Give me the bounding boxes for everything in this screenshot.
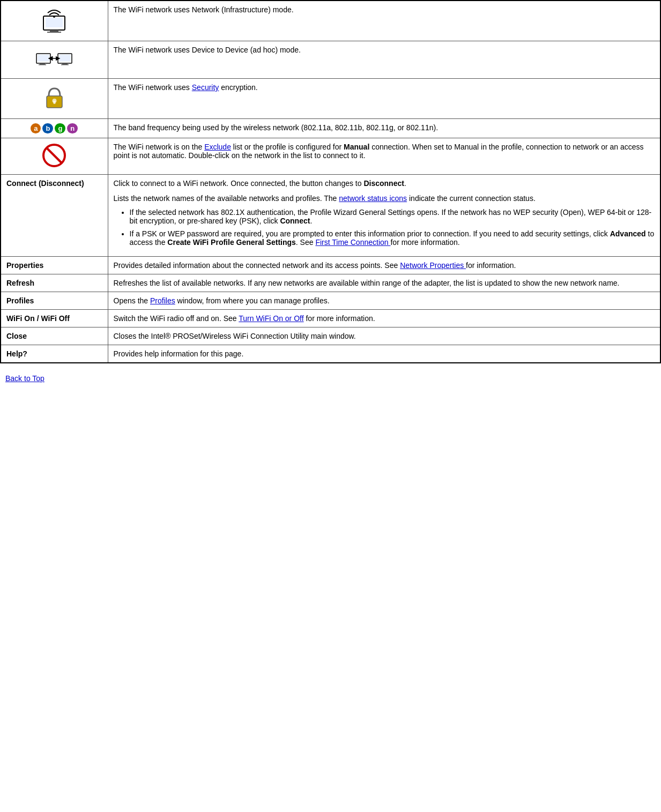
exclude-link[interactable]: Exclude — [204, 143, 231, 151]
bullet-1: If the selected network has 802.1X authe… — [130, 208, 655, 225]
svg-rect-10 — [59, 55, 71, 62]
svg-point-4 — [53, 16, 55, 18]
exclude-prefix: The WiFi network is on the — [114, 143, 205, 151]
table-row: Close Closes the Intel® PROSet/Wireless … — [1, 327, 660, 345]
svg-rect-11 — [62, 63, 68, 64]
icon-cell-band: a b g n — [1, 119, 108, 138]
table-row: The WiFi network uses Security encryptio… — [1, 79, 660, 119]
properties-label: Properties — [6, 261, 43, 270]
properties-prefix: Provides detailed information about the … — [114, 261, 400, 270]
desc-cell-help: Provides help information for this page. — [108, 345, 660, 363]
back-to-top-section: Back to Top — [0, 363, 661, 388]
network-status-icons-link[interactable]: network status icons — [339, 194, 407, 203]
network-properties-link[interactable]: Network Properties — [400, 261, 466, 270]
band-desc: The band frequency being used by the wir… — [114, 123, 439, 132]
back-to-top-link[interactable]: Back to Top — [5, 374, 44, 383]
refresh-label: Refresh — [6, 279, 34, 287]
badge-a: a — [31, 123, 41, 133]
refresh-desc: Refreshes the list of available networks… — [114, 279, 620, 287]
band-badges: a b g n — [6, 123, 102, 133]
table-row: The WiFi network is on the Exclude list … — [1, 138, 660, 175]
label-cell-help: Help? — [1, 345, 108, 363]
desc-cell-band: The band frequency being used by the wir… — [108, 119, 660, 138]
svg-rect-8 — [39, 64, 46, 65]
svg-rect-3 — [47, 32, 61, 33]
infra-desc: The WiFi network uses Network (Infrastru… — [114, 5, 294, 14]
svg-line-18 — [47, 148, 62, 163]
svg-rect-12 — [61, 64, 69, 65]
desc-cell-infra: The WiFi network uses Network (Infrastru… — [108, 1, 660, 41]
table-row: WiFi On / WiFi Off Switch the WiFi radio… — [1, 310, 660, 327]
wifionoff-label: WiFi On / WiFi Off — [6, 314, 70, 323]
properties-suffix: for information. — [466, 261, 516, 270]
page-wrapper: The WiFi network uses Network (Infrastru… — [0, 0, 661, 409]
icon-cell-exclude — [1, 138, 108, 175]
icon-cell-adhoc — [1, 41, 108, 79]
security-icon — [42, 83, 66, 113]
profiles-link[interactable]: Profiles — [150, 296, 175, 305]
label-cell-properties: Properties — [1, 257, 108, 274]
bullet-2: If a PSK or WEP password are required, y… — [130, 229, 655, 247]
desc-cell-exclude: The WiFi network is on the Exclude list … — [108, 138, 660, 175]
desc-cell-connect: Click to connect to a WiFi network. Once… — [108, 175, 660, 257]
icon-cell-security — [1, 79, 108, 119]
wifionoff-suffix: for more information. — [304, 314, 375, 323]
label-cell-close: Close — [1, 327, 108, 345]
svg-rect-16 — [53, 101, 55, 104]
wifi-adhoc-icon — [35, 46, 73, 72]
table-row: Connect (Disconnect) Click to connect to… — [1, 175, 660, 257]
desc-cell-adhoc: The WiFi network uses Device to Device (… — [108, 41, 660, 79]
svg-rect-6 — [38, 55, 49, 62]
table-row: The WiFi network uses Network (Infrastru… — [1, 1, 660, 41]
profiles-prefix: Opens the — [114, 296, 151, 305]
icon-cell-infra — [1, 1, 108, 41]
turn-wifi-link[interactable]: Turn WiFi On or Off — [239, 314, 303, 323]
table-row: Help? Provides help information for this… — [1, 345, 660, 363]
security-link[interactable]: Security — [192, 83, 219, 92]
connect-bullets: If the selected network has 802.1X authe… — [130, 208, 655, 247]
close-label: Close — [6, 332, 27, 340]
wifionoff-prefix: Switch the WiFi radio off and on. See — [114, 314, 239, 323]
profiles-label: Profiles — [6, 296, 34, 305]
label-cell-refresh: Refresh — [1, 274, 108, 292]
connect-para2: Lists the network names of the available… — [114, 194, 655, 203]
desc-cell-profiles: Opens the Profiles window, from where yo… — [108, 292, 660, 310]
badge-b: b — [42, 123, 53, 133]
help-label: Help? — [6, 349, 27, 358]
wifi-infra-icon — [38, 5, 70, 35]
desc-cell-wifionoff: Switch the WiFi radio off and on. See Tu… — [108, 310, 660, 327]
connect-label: Connect (Disconnect) — [6, 179, 84, 188]
table-row: a b g n The band frequency being used by… — [1, 119, 660, 138]
desc-cell-properties: Provides detailed information about the … — [108, 257, 660, 274]
label-cell-wifionoff: WiFi On / WiFi Off — [1, 310, 108, 327]
no-circle-icon — [41, 143, 67, 168]
table-row: Profiles Opens the Profiles window, from… — [1, 292, 660, 310]
main-table: The WiFi network uses Network (Infrastru… — [0, 0, 661, 363]
label-cell-connect: Connect (Disconnect) — [1, 175, 108, 257]
label-cell-profiles: Profiles — [1, 292, 108, 310]
table-row: Properties Provides detailed information… — [1, 257, 660, 274]
first-time-connection-link[interactable]: First Time Connection — [315, 238, 390, 247]
connect-intro: Click to connect to a WiFi network. Once… — [114, 179, 406, 188]
close-desc: Closes the Intel® PROSet/Wireless WiFi C… — [114, 332, 356, 340]
svg-rect-2 — [50, 30, 58, 32]
badge-n: n — [67, 123, 78, 133]
table-row: Refresh Refreshes the list of available … — [1, 274, 660, 292]
adhoc-desc: The WiFi network uses Device to Device (… — [114, 46, 301, 54]
svg-rect-7 — [40, 63, 45, 64]
svg-rect-1 — [46, 18, 63, 27]
help-desc: Provides help information for this page. — [114, 349, 244, 358]
desc-cell-security: The WiFi network uses Security encryptio… — [108, 79, 660, 119]
badge-g: g — [55, 123, 65, 133]
profiles-suffix: window, from where you can manage profil… — [175, 296, 330, 305]
desc-cell-refresh: Refreshes the list of available networks… — [108, 274, 660, 292]
security-desc-prefix: The WiFi network uses — [114, 83, 192, 92]
security-desc-suffix: encryption. — [219, 83, 257, 92]
table-row: The WiFi network uses Device to Device (… — [1, 41, 660, 79]
desc-cell-close: Closes the Intel® PROSet/Wireless WiFi C… — [108, 327, 660, 345]
